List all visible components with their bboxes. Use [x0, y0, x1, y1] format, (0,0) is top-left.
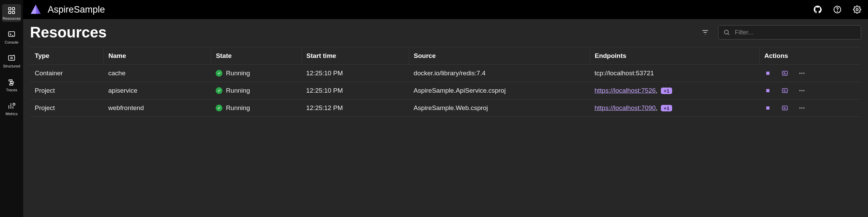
col-header-endpoints[interactable]: Endpoints — [590, 47, 759, 65]
more-actions-button[interactable] — [798, 87, 806, 94]
console-icon — [7, 30, 16, 39]
svg-point-9 — [13, 103, 15, 105]
endpoint-link[interactable]: https://localhost:7090 — [594, 104, 656, 111]
github-icon[interactable] — [813, 5, 822, 14]
svg-point-29 — [800, 107, 801, 108]
sidebar-item-metrics[interactable]: Metrics — [2, 99, 21, 117]
cell-type: Project — [30, 82, 104, 99]
details-button[interactable] — [781, 69, 789, 77]
col-header-state[interactable]: State — [211, 47, 301, 65]
cell-type: Project — [30, 99, 104, 117]
sidebar-item-structured[interactable]: Structured — [2, 52, 21, 69]
svg-point-30 — [802, 107, 803, 108]
cell-start-time: 12:25:10 PM — [301, 65, 409, 82]
svg-rect-27 — [766, 106, 770, 109]
col-header-start-time[interactable]: Start time — [301, 47, 409, 65]
svg-point-31 — [803, 107, 804, 108]
table-row[interactable]: Container cache Running 12:25:10 PM dock… — [30, 65, 861, 82]
cell-name: apiservice — [104, 82, 211, 99]
cell-type: Container — [30, 65, 104, 82]
svg-rect-23 — [782, 89, 788, 93]
stop-button[interactable] — [764, 69, 772, 77]
sidebar-item-traces[interactable]: Traces — [2, 76, 21, 93]
more-actions-button[interactable] — [798, 69, 806, 77]
sidebar-item-label: Console — [5, 40, 18, 44]
svg-point-14 — [837, 11, 838, 12]
svg-rect-8 — [10, 84, 13, 85]
resources-table: Type Name State Start time Source Endpoi… — [30, 47, 861, 117]
svg-point-25 — [802, 90, 803, 91]
cell-state: Running — [216, 69, 297, 77]
svg-rect-18 — [782, 71, 788, 75]
table-row[interactable]: Project webfrontend Running 12:25:12 PM … — [30, 99, 861, 117]
page-title: Resources — [30, 24, 107, 41]
svg-rect-6 — [9, 80, 12, 81]
help-icon[interactable] — [833, 5, 842, 14]
cell-source: AspireSample.ApiService.csproj — [409, 82, 590, 99]
sidebar-item-label: Structured — [3, 64, 20, 68]
structured-icon — [7, 54, 16, 63]
svg-rect-5 — [9, 56, 15, 60]
cell-state: Running — [216, 87, 297, 94]
sidebar-item-label: Metrics — [5, 112, 17, 116]
sidebar: Resources Console Structured Traces Metr… — [0, 0, 23, 217]
stop-button[interactable] — [764, 87, 772, 94]
details-button[interactable] — [781, 87, 789, 94]
app-logo-icon — [29, 3, 42, 16]
search-box[interactable] — [718, 25, 861, 40]
cell-start-time: 12:25:12 PM — [301, 99, 409, 117]
col-header-source[interactable]: Source — [409, 47, 590, 65]
cell-state: Running — [216, 104, 297, 112]
col-header-name[interactable]: Name — [104, 47, 211, 65]
col-header-type[interactable]: Type — [30, 47, 104, 65]
svg-point-19 — [800, 73, 801, 74]
metrics-icon — [7, 102, 16, 110]
table-row[interactable]: Project apiservice Running 12:25:10 PM A… — [30, 82, 861, 99]
cell-endpoints: tcp://localhost:53721 — [590, 65, 759, 82]
cell-source: docker.io/library/redis:7.4 — [409, 65, 590, 82]
svg-rect-1 — [12, 7, 15, 10]
grid-icon — [7, 6, 16, 15]
cell-name: webfrontend — [104, 99, 211, 117]
svg-rect-17 — [766, 72, 770, 75]
endpoint-more-badge[interactable]: +1 — [661, 88, 672, 94]
sidebar-item-label: Resources — [3, 16, 21, 20]
svg-rect-28 — [782, 106, 788, 110]
traces-icon — [7, 78, 16, 87]
check-circle-icon — [216, 87, 222, 94]
gear-icon[interactable] — [852, 5, 862, 14]
sidebar-item-label: Traces — [6, 88, 17, 92]
cell-name: cache — [104, 65, 211, 82]
svg-point-24 — [800, 90, 801, 91]
cell-endpoints: https://localhost:7090,+1 — [590, 99, 759, 117]
svg-rect-0 — [9, 7, 11, 10]
svg-marker-12 — [31, 5, 36, 14]
svg-point-26 — [803, 90, 804, 91]
stop-button[interactable] — [764, 104, 772, 112]
svg-point-21 — [803, 73, 804, 74]
search-icon — [723, 29, 730, 36]
svg-rect-3 — [12, 11, 15, 14]
sidebar-item-console[interactable]: Console — [2, 28, 21, 46]
topbar: AspireSample — [23, 0, 868, 19]
cell-source: AspireSample.Web.csproj — [409, 99, 590, 117]
endpoint-more-badge[interactable]: +1 — [661, 105, 672, 111]
more-actions-button[interactable] — [798, 104, 806, 112]
svg-point-15 — [856, 9, 858, 11]
col-header-actions[interactable]: Actions — [759, 47, 861, 65]
endpoint-text: tcp://localhost:53721 — [594, 69, 654, 77]
filter-icon[interactable] — [700, 28, 710, 37]
svg-rect-7 — [10, 82, 14, 83]
endpoint-link[interactable]: https://localhost:7526 — [594, 87, 656, 94]
details-button[interactable] — [781, 104, 789, 112]
search-input[interactable] — [735, 29, 856, 36]
check-circle-icon — [216, 105, 222, 111]
svg-rect-22 — [766, 89, 770, 92]
svg-point-16 — [724, 30, 728, 34]
check-circle-icon — [216, 70, 222, 77]
sidebar-item-resources[interactable]: Resources — [2, 4, 21, 22]
cell-start-time: 12:25:10 PM — [301, 82, 409, 99]
svg-point-20 — [802, 73, 803, 74]
svg-rect-4 — [9, 32, 15, 36]
svg-rect-2 — [9, 11, 11, 14]
